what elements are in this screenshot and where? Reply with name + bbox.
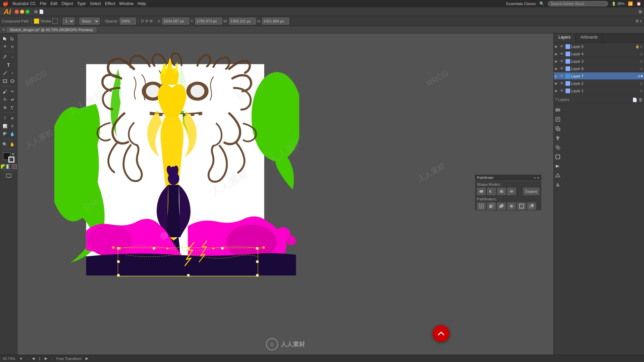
pathfinder-minus-back[interactable] [527,202,536,210]
rotate-tool[interactable]: ↻ [1,96,9,103]
line-tool[interactable] [1,69,9,77]
pencil-tool[interactable]: ✏ [9,88,16,95]
mac-menu-help[interactable]: Help [138,1,146,6]
red-action-button[interactable] [433,325,449,342]
layer-lock[interactable]: 🔒 [635,45,640,48]
zoom-tool[interactable]: 🔍 [1,141,9,148]
panel-icon-appearance[interactable] [554,172,562,180]
layer-row-3[interactable]: ▶ 👁 Layer 3 ◎ [554,58,644,65]
layer-target[interactable]: ◎ [638,74,640,78]
menu-place-icon[interactable]: 📄 [39,9,44,14]
lasso-tool[interactable]: ⊙ [9,43,16,50]
pathfinder-trim[interactable] [487,202,496,210]
panel-icon-pathfinder[interactable] [554,143,562,152]
column-graph-tool[interactable]: 📊 [1,122,9,130]
layer-target[interactable]: ◎ [640,52,643,56]
layer-new-btn[interactable]: 📄 [632,98,637,102]
layer-target[interactable]: ◎ [640,89,643,93]
file-tab[interactable]: Sketch_drogon.ai* @ 43.73% (RGB/GPU Prev… [6,27,96,33]
panel-icon-properties[interactable] [554,115,562,123]
apple-menu[interactable]: 🍎 [3,1,8,6]
fill-stroke-swatches[interactable]: ⇆ [3,153,14,163]
tab-layers[interactable]: Layers [554,34,576,43]
shape-mode-exclude[interactable] [507,188,516,195]
mac-menu-window[interactable]: Window [119,1,134,6]
stock-search-box[interactable]: Search Adobe Stock [548,1,608,6]
layer-eye[interactable]: 👁 [559,44,565,49]
artboard-tool[interactable] [1,172,16,179]
pathfinder-divide[interactable] [477,202,486,210]
layer-row-8[interactable]: ▶ 👁 Layer 8 ◎ [554,65,644,72]
shape-mode-unite[interactable] [477,188,486,195]
mac-menu-select[interactable]: Select [90,1,101,6]
magic-wand-tool[interactable]: ✳ [1,43,9,50]
panel-icon-align[interactable] [554,134,562,142]
layer-row-2[interactable]: ▶ 👁 Layer 2 ◎ [554,80,644,87]
pathfinder-expand-btn[interactable]: Expand [523,188,539,195]
nav-left[interactable]: ◀ [32,356,35,361]
mac-menu-edit[interactable]: Edit [50,1,57,6]
nav-right[interactable]: ▶ [45,356,47,361]
layer-eye[interactable]: 👁 [559,73,565,79]
ellipse-tool[interactable] [9,77,16,85]
close-tab-icon[interactable]: ✕ [2,27,5,32]
gradient-tool[interactable] [1,130,9,138]
tb-h-input[interactable] [262,18,289,24]
align-icon-3[interactable]: ⊞ [150,19,153,23]
arrange-icon[interactable]: ⊞ [639,9,642,14]
selection-tool[interactable] [1,35,9,42]
mac-menu-type[interactable]: Type [77,1,86,6]
layer-target[interactable]: ◎ [640,67,643,70]
direct-selection-tool[interactable] [9,35,16,42]
swap-colors[interactable]: ⇆ [12,153,14,156]
hand-tool[interactable]: ✋ [9,141,16,148]
zoom-dropdown[interactable]: ▼ [19,357,23,361]
align-icon-2[interactable]: ⊟ [145,19,148,23]
rect-tool[interactable] [1,77,9,85]
layer-row-4[interactable]: ▶ 👁 Layer 4 ◎ [554,50,644,58]
type-tool[interactable]: T [1,61,16,69]
panel-icon-type[interactable]: A [554,181,562,189]
align-icon-1[interactable]: ⊡ [141,19,144,23]
tb-x-input[interactable] [162,18,189,24]
gradient-icon[interactable] [6,164,11,169]
layer-target[interactable]: ◎ [640,60,643,63]
layer-eye[interactable]: 👁 [559,66,565,71]
layer-delete-btn[interactable]: 🗑 [639,98,643,102]
shear-tool[interactable]: ⎲ [9,104,16,111]
pen-tool[interactable] [1,53,9,61]
scale-tool[interactable]: ⊕ [1,104,9,111]
panel-icon-layers[interactable] [554,106,562,114]
warp-tool[interactable]: ⌇ [1,114,9,122]
reflect-tool[interactable]: ⇌ [9,96,16,103]
pathfinder-menu-btn[interactable]: ≡ [537,176,539,180]
layer-eye[interactable]: 👁 [559,81,565,86]
layer-target[interactable]: ◎ [640,82,643,85]
panel-icon-transform[interactable] [554,125,562,133]
arc-tool[interactable]: ∩ [9,69,16,77]
minimize-btn[interactable] [20,10,24,14]
maximize-btn[interactable] [25,10,30,14]
layer-eye[interactable]: 👁 [559,88,565,94]
paintbrush-tool[interactable]: 🖌 [1,88,9,95]
none-icon[interactable] [12,164,17,169]
workspace-selector[interactable]: Essentials Classic [506,2,536,6]
stroke-swatch[interactable] [8,157,14,163]
mesh-tool[interactable]: # [9,122,16,130]
menu-tab-icon[interactable]: ⊞ [34,9,38,14]
color-icon[interactable] [1,164,5,169]
curvature-tool[interactable]: ~ [9,53,16,61]
pathfinder-merge[interactable] [497,202,506,210]
opacity-input[interactable] [120,18,136,24]
layer-eye[interactable]: 👁 [559,59,565,64]
mac-menu-effect[interactable]: Effect [105,1,115,6]
layer-row-1[interactable]: ▶ 👁 Layer 1 ◎ [554,87,644,95]
style-select[interactable]: Basic [79,18,100,24]
tab-artboards[interactable]: Artboards [576,34,603,43]
pathfinder-crop[interactable] [507,202,516,210]
stroke-width-select[interactable]: 123 [63,18,74,24]
pathfinder-close-btn[interactable]: » [534,176,536,180]
close-btn[interactable] [15,10,19,14]
layer-eye[interactable]: 👁 [559,51,565,57]
layer-target[interactable]: ◎ [640,45,643,48]
